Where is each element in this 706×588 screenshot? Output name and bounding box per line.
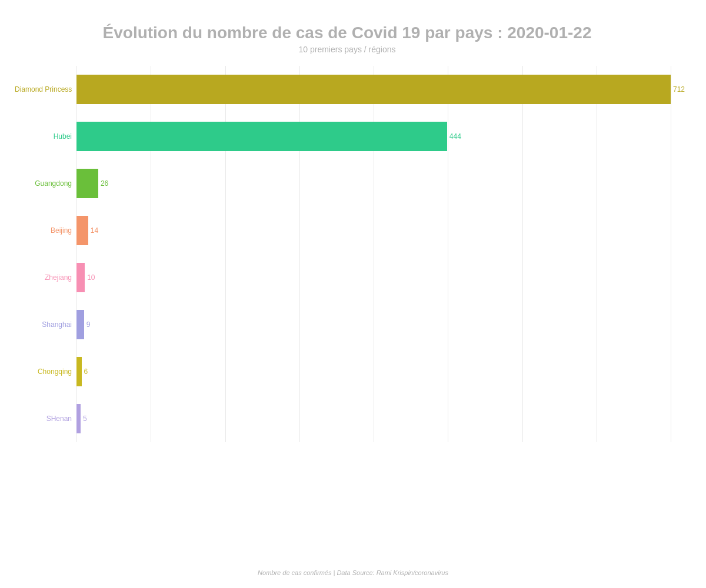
bar-label: Beijing [15, 226, 76, 235]
bar-fill: 444 [76, 122, 447, 151]
bar-value-label: 26 [101, 179, 108, 188]
bar-label: SHenan [15, 415, 76, 423]
bar-row: Hubei444 [76, 113, 671, 160]
chart-title: Évolution du nombre de cas de Covid 19 p… [12, 24, 682, 42]
bar-row: Beijing14 [76, 207, 671, 254]
bar-fill: 712 [76, 75, 671, 104]
bar-value-label: 9 [86, 320, 91, 329]
bar-value-label: 10 [87, 273, 95, 282]
bar-value-label: 444 [449, 132, 461, 141]
bar-row: Shanghai9 [76, 301, 671, 348]
bar-fill: 26 [76, 169, 98, 198]
bar-row: SHenan5 [76, 395, 671, 442]
bar-value-label: 5 [83, 415, 87, 423]
bar-label: Diamond Princess [15, 85, 76, 93]
bar-fill: 5 [76, 404, 81, 433]
bar-label: Guangdong [15, 179, 76, 188]
chart-area: Diamond Princess712Hubei444Guangdong26Be… [76, 66, 671, 442]
bar-label: Hubei [15, 132, 76, 141]
bar-label: Chongqing [15, 368, 76, 376]
bar-label: Shanghai [15, 320, 76, 329]
bar-fill: 6 [76, 357, 82, 386]
bar-row: Guangdong26 [76, 160, 671, 207]
chart-subtitle: 10 premiers pays / régions [12, 45, 682, 54]
bar-value-label: 712 [673, 85, 685, 93]
bar-row: Diamond Princess712 [76, 66, 671, 113]
bar-value-label: 6 [84, 368, 88, 376]
bar-label: Zhejiang [15, 273, 76, 282]
bar-row: Chongqing6 [76, 348, 671, 395]
footer-note: Nombre de cas confirmés | Data Source: R… [258, 569, 448, 576]
bar-fill: 9 [76, 310, 84, 339]
bar-fill: 10 [76, 263, 85, 292]
bar-row: Zhejiang10 [76, 254, 671, 301]
bar-fill: 14 [76, 216, 88, 245]
chart-container: Évolution du nombre de cas de Covid 19 p… [0, 0, 706, 588]
bar-value-label: 14 [91, 226, 98, 235]
